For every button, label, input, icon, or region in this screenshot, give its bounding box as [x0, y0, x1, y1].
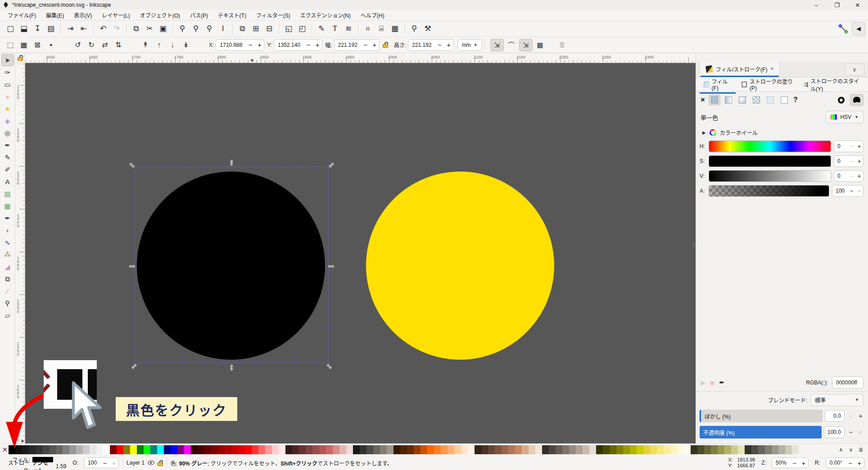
palette-swatch[interactable] — [623, 445, 630, 454]
layer-indicator[interactable]: Layer 1 — [127, 460, 163, 466]
lock-ratio-icon[interactable] — [383, 42, 388, 48]
star-tool[interactable]: ★ — [1, 103, 14, 115]
blur-value[interactable]: 0.0 — [825, 410, 845, 422]
tab-stroke-style[interactable]: ⇶ ストロークのスタイル(Y) — [800, 75, 868, 95]
yellow-circle[interactable] — [366, 172, 554, 360]
scale-gradients-toggle[interactable]: ⇲ — [519, 39, 533, 51]
scale-handle-n[interactable]: ↕ — [230, 158, 234, 167]
lower-icon[interactable]: ↓ — [166, 39, 179, 51]
palette-swatch[interactable] — [245, 445, 252, 454]
x-value[interactable]: 1710.988 — [216, 42, 246, 48]
selection-to-path-icon[interactable]: ▪ — [44, 39, 58, 51]
paint-bucket-tool[interactable]: ◗ — [1, 224, 14, 236]
menu-item[interactable]: テキスト(T) — [213, 10, 251, 20]
palette-swatch[interactable] — [150, 445, 157, 454]
saturation-spinbox[interactable]: 0 − + — [834, 155, 863, 167]
y-spinbox[interactable]: 1352.140 − + — [274, 39, 322, 51]
scale-patterns-toggle[interactable]: ▦ — [533, 39, 547, 51]
palette-swatch[interactable] — [171, 445, 177, 454]
spray-tool[interactable]: ⁂ — [1, 249, 14, 261]
palette-swatch[interactable] — [643, 445, 650, 454]
palette-swatch[interactable] — [475, 445, 481, 454]
horizontal-ruler[interactable]: 1600165017001750180018501900195020002050… — [25, 53, 696, 63]
palette-swatch[interactable] — [792, 445, 799, 454]
rotate-ccw-icon[interactable]: ↺ — [71, 39, 85, 51]
layer-visibility-eye-icon[interactable] — [148, 461, 154, 465]
zoom-drawing-icon[interactable]: ⚲ — [189, 23, 203, 35]
deselect-icon[interactable]: ⊠ — [31, 39, 44, 51]
palette-swatch[interactable] — [204, 445, 211, 454]
dock-collapse-button[interactable]: ∨ — [845, 63, 864, 76]
palette-swatch[interactable] — [90, 445, 96, 454]
sep[interactable] — [276, 23, 282, 34]
fill-stroke-indicator[interactable]: フィル: ストローク: アンセット 1.59 — [4, 456, 66, 470]
palette-swatch[interactable] — [299, 445, 306, 454]
value-spinbox[interactable]: 0 − + — [834, 170, 863, 182]
x-plus-button[interactable]: + — [255, 41, 264, 49]
palette-swatch[interactable] — [103, 445, 110, 454]
color-managed-icon[interactable]: ▶ — [701, 379, 705, 386]
sep[interactable] — [90, 23, 96, 34]
width-minus-button[interactable]: − — [361, 41, 370, 49]
scale-handle-e[interactable]: ↔ — [327, 261, 335, 269]
out-of-gamut-icon[interactable]: ◉ — [710, 379, 715, 386]
unknown-paint-button[interactable] — [778, 95, 790, 105]
clone-icon[interactable]: ⊞ — [249, 23, 262, 35]
snap-toggle-icon[interactable] — [838, 24, 848, 34]
hue-spinbox[interactable]: 0 − + — [834, 140, 863, 152]
palette-swatch[interactable] — [502, 445, 508, 454]
palette-swatch[interactable] — [650, 445, 657, 454]
palette-swatch[interactable] — [56, 445, 63, 454]
palette-swatch[interactable] — [704, 445, 711, 454]
print-icon[interactable]: ▤ — [44, 23, 58, 35]
import-doc-icon[interactable]: ⇥ — [63, 23, 77, 35]
lock-guides-icon[interactable] — [18, 55, 23, 61]
palette-swatch[interactable] — [96, 445, 103, 454]
palette-swatch[interactable] — [306, 445, 312, 454]
measure-tool[interactable]: ∕ — [1, 285, 14, 297]
palette-swatch[interactable] — [400, 445, 407, 454]
zoom-tool[interactable]: ⚲ — [1, 297, 14, 309]
sep[interactable] — [58, 23, 63, 34]
unlink-clone-icon[interactable]: ⊟ — [262, 23, 276, 35]
palette-swatch[interactable] — [468, 445, 475, 454]
rows-columns-icon[interactable]: ▦ — [388, 23, 402, 35]
sep[interactable] — [125, 39, 139, 51]
duplicate-icon[interactable]: ⧉ — [235, 23, 249, 35]
palette-swatch[interactable] — [380, 445, 387, 454]
palette-swatch[interactable] — [184, 445, 191, 454]
palette-swatch[interactable] — [231, 445, 238, 454]
mesh-tool[interactable]: ▦ — [1, 200, 14, 212]
palette-swatch[interactable] — [697, 445, 704, 454]
select-all-layers-icon[interactable]: ▦ — [17, 39, 31, 51]
fill-stroke-dialog-icon[interactable]: ✎ — [315, 23, 328, 35]
palette-swatch[interactable] — [610, 445, 616, 454]
palette-swatch[interactable] — [387, 445, 393, 454]
open-document-icon[interactable]: ⬓ — [17, 23, 31, 35]
gradient-tool[interactable]: ▨ — [1, 188, 14, 200]
expander-icon[interactable]: ▶ — [702, 130, 706, 135]
align-dialog-icon[interactable]: ⌸ — [375, 23, 388, 35]
plus-button[interactable]: + — [855, 158, 863, 165]
scale-corners-toggle[interactable]: ⌒ — [505, 39, 518, 51]
menu-item[interactable]: パス(P) — [185, 10, 213, 20]
minus-button[interactable]: − — [100, 459, 109, 467]
palette-swatch[interactable] — [751, 445, 758, 454]
palette-swatch[interactable] — [778, 445, 785, 454]
layer-name[interactable]: Layer 1 — [127, 460, 145, 466]
xml-editor-icon[interactable]: ⌗ — [361, 23, 375, 35]
pen-tool[interactable]: ✒ — [1, 139, 14, 151]
palette-swatch[interactable] — [583, 445, 589, 454]
sep[interactable] — [402, 23, 407, 34]
palette-swatch[interactable] — [529, 445, 535, 454]
minus-button[interactable]: − — [848, 172, 855, 180]
scale-stroke-toggle[interactable]: ⇲ — [490, 39, 504, 51]
palette-swatch[interactable] — [49, 445, 56, 454]
palette-swatch[interactable] — [373, 445, 380, 454]
blur-slider[interactable]: ぼかし (%) — [700, 410, 823, 422]
sep[interactable] — [193, 39, 206, 51]
sep[interactable] — [230, 23, 235, 34]
scale-handle-sw[interactable]: ↔ — [127, 359, 139, 371]
new-document-icon[interactable]: ▢ — [4, 23, 17, 35]
palette-swatch[interactable] — [691, 445, 697, 454]
